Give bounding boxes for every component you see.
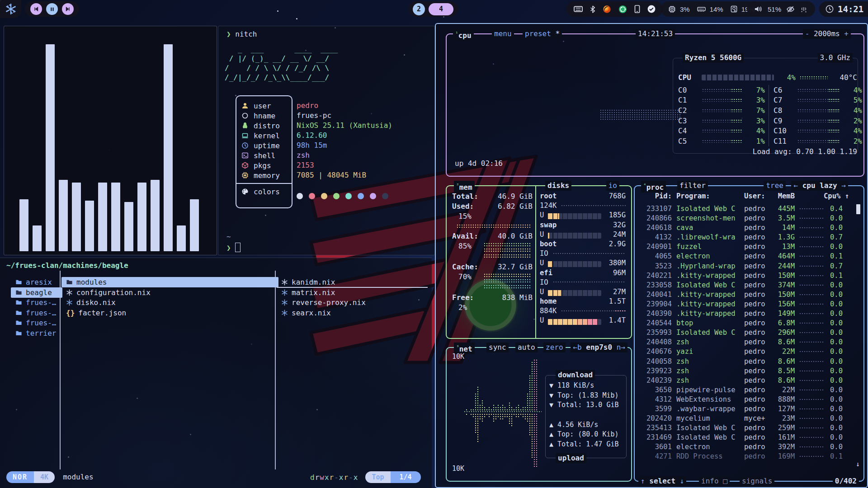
process-row-4312[interactable]: 4312WebExtensionspedro888M0.0 bbox=[639, 395, 853, 404]
media-pause-button[interactable] bbox=[46, 3, 58, 15]
file-row-configuration.nix[interactable]: configuration.nix bbox=[61, 287, 151, 298]
top-bar: 2 4 3% 14% 19% 51% 14:21 bbox=[0, 0, 868, 19]
eye-off-icon[interactable] bbox=[786, 5, 795, 13]
nitch-row-uptime: uptime bbox=[236, 141, 292, 150]
file-row-disko.nix[interactable]: disko.nix bbox=[61, 297, 116, 308]
process-row-235413[interactable]: 235413Isolated Web Cpedro259M0.0 bbox=[639, 423, 853, 433]
update-interval[interactable]: - 2000ms + bbox=[803, 29, 851, 39]
net-scale-top: 10K bbox=[452, 352, 464, 361]
file-row-modules[interactable]: modules bbox=[61, 277, 278, 287]
scroll-down-indicator[interactable]: ↓ bbox=[856, 460, 860, 468]
file-row-facter.json[interactable]: {}facter.json bbox=[61, 308, 126, 318]
process-row-240676[interactable]: 240676yazipedro22M0.0 bbox=[639, 347, 853, 357]
file-row-matrix.nix[interactable]: matrix.nix bbox=[277, 287, 335, 298]
mem-disks-divider bbox=[535, 186, 536, 338]
folder-icon bbox=[15, 330, 22, 337]
nix-icon bbox=[281, 310, 288, 316]
folder-icon bbox=[15, 289, 22, 296]
filter-button[interactable]: filter bbox=[677, 181, 708, 191]
process-row-240544[interactable]: 240544btoppedro6.8M0.0 bbox=[639, 319, 853, 328]
process-row-240221[interactable]: 240221.kitty-wrappedpedro150M0.1 bbox=[639, 271, 853, 281]
sort-selector[interactable]: ← cpu lazy → bbox=[791, 181, 848, 191]
file-row-aresix[interactable]: aresix bbox=[11, 277, 52, 287]
process-row-240390[interactable]: 240390.kitty-wrappedpedro149M0.0 bbox=[639, 309, 853, 319]
process-row-4132[interactable]: 4132.librewolf-wrapedro1.3G0.7 bbox=[639, 233, 853, 242]
nix-icon bbox=[281, 279, 288, 286]
file-row-searx.nix[interactable]: searx.nix bbox=[277, 308, 331, 318]
process-row-3599[interactable]: 3599.waybar-wrappepedro127M0.0 bbox=[639, 404, 853, 414]
proc-scrollbar[interactable] bbox=[856, 204, 860, 214]
workspace-2[interactable]: 2 bbox=[413, 3, 425, 15]
process-row-3523[interactable]: 3523.Hyprland-wrappedro244M0.7 bbox=[639, 262, 853, 271]
disk-row: 884K bbox=[540, 306, 626, 316]
syncthing-icon[interactable] bbox=[618, 5, 627, 14]
network-signal-icon[interactable] bbox=[800, 5, 808, 13]
volume-icon[interactable] bbox=[754, 5, 763, 13]
core-meter bbox=[797, 109, 840, 112]
nitch-row-user: user bbox=[236, 101, 292, 111]
file-row-frues[interactable]: frues-… bbox=[11, 318, 56, 328]
process-row-235993[interactable]: 235993Isolated Web Cpedro296M0.0 bbox=[639, 328, 853, 338]
process-row-4271[interactable]: 4271RDD Processpedro169M0.1 bbox=[639, 452, 853, 461]
file-row-reverseproxy.nix[interactable]: reverse-proxy.nix bbox=[277, 297, 366, 308]
media-next-button[interactable] bbox=[62, 3, 74, 15]
process-row-240041[interactable]: 240041.kitty-wrappedpedro150M0.0 bbox=[639, 290, 853, 300]
info-control[interactable]: info □ bbox=[699, 476, 730, 486]
file-row-terrier[interactable]: terrier bbox=[11, 328, 56, 338]
process-row-240058[interactable]: 240058zshpedro8.6M0.0 bbox=[639, 357, 853, 366]
prompt-symbol: ❯ bbox=[226, 30, 231, 38]
menu-button[interactable]: menu bbox=[492, 29, 514, 39]
process-row-3601[interactable]: 3601electronpedro392M0.0 bbox=[639, 442, 853, 452]
phone-icon[interactable] bbox=[634, 5, 640, 13]
btop-clock: 14:21:53 bbox=[636, 29, 675, 39]
process-row-240618[interactable]: 240618cavapedro14M0.0 bbox=[639, 223, 853, 233]
core-meter bbox=[702, 119, 743, 122]
ethernet-icon[interactable] bbox=[574, 5, 583, 13]
process-row-3650[interactable]: 3650pipewire-pulsepedro22M0.0 bbox=[639, 385, 853, 395]
tree-button[interactable]: tree bbox=[764, 181, 786, 191]
process-row-233058[interactable]: 233058Isolated Web Cpedro374M0.0 bbox=[639, 281, 853, 290]
nitch-window: ❯ nitch _ ___ ____ ____ / |/ (_)_ __/ __… bbox=[218, 26, 435, 255]
cpu-box-title[interactable]: ¹cpu bbox=[453, 29, 474, 41]
net-zero-button[interactable]: zero bbox=[543, 343, 566, 352]
upload-total: ▲ Total: 1.47 GiB bbox=[549, 440, 626, 450]
process-row-240239[interactable]: 240239zshpedro8.6M0.0 bbox=[639, 376, 853, 385]
browser-icon[interactable] bbox=[603, 5, 611, 14]
core-meter bbox=[797, 99, 840, 102]
workspace-4[interactable]: 4 bbox=[429, 3, 453, 15]
process-row-202420[interactable]: 202420myceliummyce+23M0.0 bbox=[639, 414, 853, 423]
distro-icon bbox=[241, 122, 249, 129]
net-sync-button[interactable]: sync bbox=[486, 343, 509, 352]
preset-button[interactable]: preset * bbox=[523, 29, 562, 39]
process-row-239923[interactable]: 239923zshpedro8.5M0.0 bbox=[639, 366, 853, 376]
colors-label: colors bbox=[254, 188, 280, 196]
process-row-240901[interactable]: 240901fuzzelpedro13M0.0 bbox=[639, 242, 853, 252]
select-control[interactable]: ↑ select ↓ bbox=[638, 476, 686, 486]
file-row-frues[interactable]: frues-… bbox=[11, 297, 56, 308]
process-row-240408[interactable]: 240408zshpedro8.6M0.0 bbox=[639, 338, 853, 347]
proc-box-title[interactable]: ⁴proc bbox=[641, 181, 666, 192]
user-icon bbox=[241, 102, 249, 109]
media-prev-button[interactable] bbox=[30, 3, 42, 15]
process-row-4065[interactable]: 4065electronpedro464M0.1 bbox=[639, 252, 853, 261]
io-mode-button[interactable]: io bbox=[606, 181, 619, 191]
launcher-button[interactable] bbox=[0, 0, 21, 18]
disks-label[interactable]: disks bbox=[545, 181, 571, 191]
file-row-beagle[interactable]: beagle bbox=[11, 287, 62, 298]
mem-pct: 2% bbox=[452, 303, 533, 313]
net-interface[interactable]: ←b enp7s0 n→ bbox=[571, 343, 627, 352]
prompt-line[interactable]: ❯ bbox=[226, 243, 241, 252]
file-row-frues[interactable]: frues-… bbox=[11, 308, 56, 318]
net-auto-button[interactable]: auto bbox=[515, 343, 538, 352]
mem-box-title[interactable]: ²mem bbox=[454, 181, 475, 192]
process-row-239904[interactable]: 239904.kitty-wrappedpedro156M0.0 bbox=[639, 300, 853, 309]
bluetooth-icon[interactable] bbox=[590, 5, 595, 13]
signals-control[interactable]: signals bbox=[740, 476, 774, 486]
process-row-233107[interactable]: 233107Isolated Web Cpedro445M0.4 bbox=[639, 204, 853, 214]
cava-bar-6 bbox=[98, 183, 107, 251]
process-row-231469[interactable]: 231469Isolated Web Cpedro161M0.0 bbox=[639, 433, 853, 442]
check-icon[interactable] bbox=[647, 5, 656, 13]
mem-pct-graph: 70% bbox=[452, 272, 533, 293]
process-row-240866[interactable]: 240866screenshot-menpedro3.5M0.0 bbox=[639, 214, 853, 223]
file-row-kanidm.nix[interactable]: kanidm.nix bbox=[277, 277, 335, 287]
